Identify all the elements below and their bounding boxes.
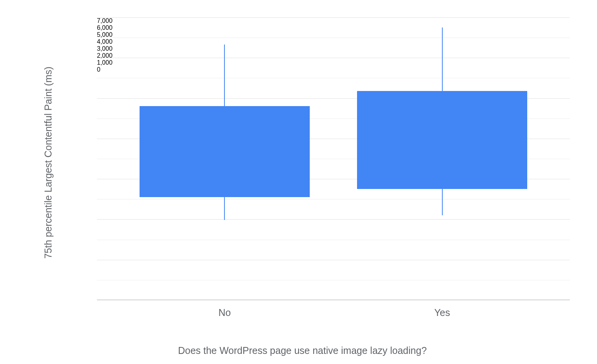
boxplot-box-yes: [357, 91, 527, 189]
boxplot-box-no: [140, 106, 310, 197]
y-axis-label: 75th percentile Largest Contentful Paint…: [43, 23, 54, 302]
y-tick-label: 3,000: [97, 45, 570, 52]
gridline-minor: [97, 78, 570, 78]
chart-container: 75th percentile Largest Contentful Paint…: [19, 8, 585, 356]
gridline-minor: [97, 240, 570, 240]
y-tick-label: 4,000: [97, 38, 570, 45]
y-tick-label: 7,000: [97, 17, 570, 24]
gridline: [97, 17, 570, 18]
y-tick-label: 0: [97, 66, 570, 73]
gridline: [97, 58, 570, 58]
y-tick-label: 6,000: [97, 24, 570, 31]
gridline: [97, 219, 570, 220]
x-tick-label-no: No: [218, 307, 231, 318]
gridline-minor: [97, 199, 570, 199]
x-axis-line: [97, 300, 570, 300]
plot-area: 7,000 6,000 5,000 4,000 3,000 2,000 1,00…: [97, 17, 570, 300]
x-axis-label: Does the WordPress page use native image…: [19, 345, 585, 356]
x-tick-label-yes: Yes: [434, 307, 450, 318]
gridline: [97, 260, 570, 260]
gridline-minor: [97, 280, 570, 280]
gridline-minor: [97, 38, 570, 38]
y-tick-label: 1,000: [97, 59, 570, 66]
y-tick-label: 2,000: [97, 52, 570, 59]
